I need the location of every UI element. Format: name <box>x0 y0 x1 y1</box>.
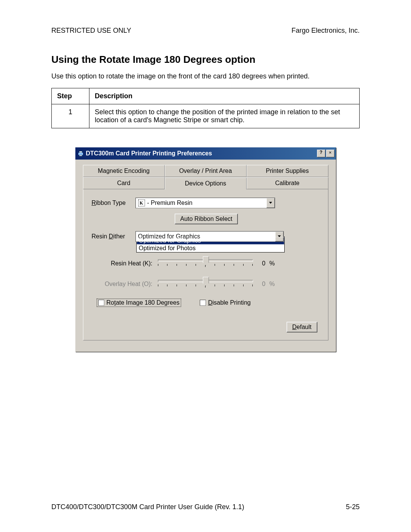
svg-rect-1 <box>79 151 82 153</box>
rotate-180-checkbox[interactable]: Rotate Image 180 Degrees <box>97 299 181 307</box>
auto-ribbon-select-button[interactable]: Auto Ribbon Select <box>175 214 238 224</box>
steps-table: Step Description 1 Select this option to… <box>51 88 360 128</box>
dropdown-arrow-icon[interactable] <box>266 198 275 208</box>
tab-overlay-print-area[interactable]: Overlay / Print Area <box>165 165 247 177</box>
dropdown-arrow-icon[interactable] <box>275 232 284 241</box>
ribbon-type-combo[interactable]: K - Premium Resin <box>135 198 275 208</box>
checkbox-box[interactable] <box>98 300 104 306</box>
ribbon-type-text: - Premium Resin <box>147 200 193 206</box>
checkbox-box[interactable] <box>200 300 206 306</box>
footer-right: 5-25 <box>346 503 360 511</box>
tab-strip: Magnetic Encoding Overlay / Print Area P… <box>83 165 328 189</box>
option-optimized-photos[interactable]: Optimized for Photos <box>137 244 284 252</box>
printer-icon <box>78 150 84 157</box>
tab-printer-supplies[interactable]: Printer Supplies <box>247 165 328 177</box>
svg-rect-2 <box>79 155 82 156</box>
tab-magnetic-encoding[interactable]: Magnetic Encoding <box>83 165 165 177</box>
col-step: Step <box>52 88 89 104</box>
page-header: RESTRICTED USE ONLY Fargo Electronics, I… <box>51 27 360 35</box>
dialog-body: Magnetic Encoding Overlay / Print Area P… <box>75 160 336 352</box>
checkbox-row: Rotate Image 180 Degrees Disable Printin… <box>97 299 321 307</box>
resin-heat-slider[interactable] <box>158 258 253 269</box>
ribbon-k-icon: K <box>138 200 145 206</box>
tab-card[interactable]: Card <box>83 177 165 189</box>
table-header-row: Step Description <box>52 88 360 104</box>
resin-heat-label: Resin Heat (K): <box>92 260 158 267</box>
disable-printing-checkbox[interactable]: Disable Printing <box>200 299 251 307</box>
disable-printing-label: Disable Printing <box>208 299 251 306</box>
overlay-heat-row: Overlay Heat (O): 0 % <box>92 278 321 290</box>
dialog-screenshot: DTC300m Card Printer Printing Preference… <box>51 147 360 352</box>
printing-preferences-dialog: DTC300m Card Printer Printing Preference… <box>75 147 336 352</box>
resin-heat-row: Resin Heat (K): 0 % <box>92 258 321 269</box>
section-intro: Use this option to rotate the image on t… <box>51 72 360 80</box>
help-button[interactable]: ? <box>317 150 325 157</box>
default-button[interactable]: Default <box>287 322 317 332</box>
titlebar[interactable]: DTC300m Card Printer Printing Preference… <box>75 147 336 160</box>
svg-rect-0 <box>78 153 83 155</box>
ribbon-type-label: Ribbon Type <box>92 200 135 206</box>
header-right: Fargo Electronics, Inc. <box>292 27 360 35</box>
close-button[interactable]: ✕ <box>326 150 335 157</box>
cell-step: 1 <box>52 104 89 128</box>
cell-description: Select this option to change the positio… <box>89 104 360 128</box>
section-heading: Using the Rotate Image 180 Degrees optio… <box>51 54 360 66</box>
svg-marker-4 <box>278 235 281 237</box>
rotate-180-label: Rotate Image 180 Degrees <box>107 299 180 306</box>
header-left: RESTRICTED USE ONLY <box>51 27 131 35</box>
overlay-heat-slider <box>158 278 253 290</box>
overlay-heat-label: Overlay Heat (O): <box>92 281 158 288</box>
page-footer: DTC400/DTC300/DTC300M Card Printer User … <box>51 503 360 511</box>
tab-calibrate[interactable]: Calibrate <box>247 177 328 189</box>
tab-panel-device-options: Ribbon Type K - Premium Resin <box>83 189 328 340</box>
dialog-title: DTC300m Card Printer Printing Preference… <box>86 150 317 157</box>
overlay-heat-value: 0 % <box>262 281 276 288</box>
tab-device-options[interactable]: Device Options <box>165 177 247 190</box>
resin-heat-value: 0 % <box>262 260 276 267</box>
col-description: Description <box>89 88 360 104</box>
footer-left: DTC400/DTC300/DTC300M Card Printer User … <box>51 503 244 511</box>
table-row: 1 Select this option to change the posit… <box>52 104 360 128</box>
document-page: RESTRICTED USE ONLY Fargo Electronics, I… <box>0 0 411 532</box>
svg-marker-3 <box>269 202 272 204</box>
ribbon-type-value: K - Premium Resin <box>136 199 266 207</box>
resin-dither-label: Resin Dither <box>92 233 135 240</box>
